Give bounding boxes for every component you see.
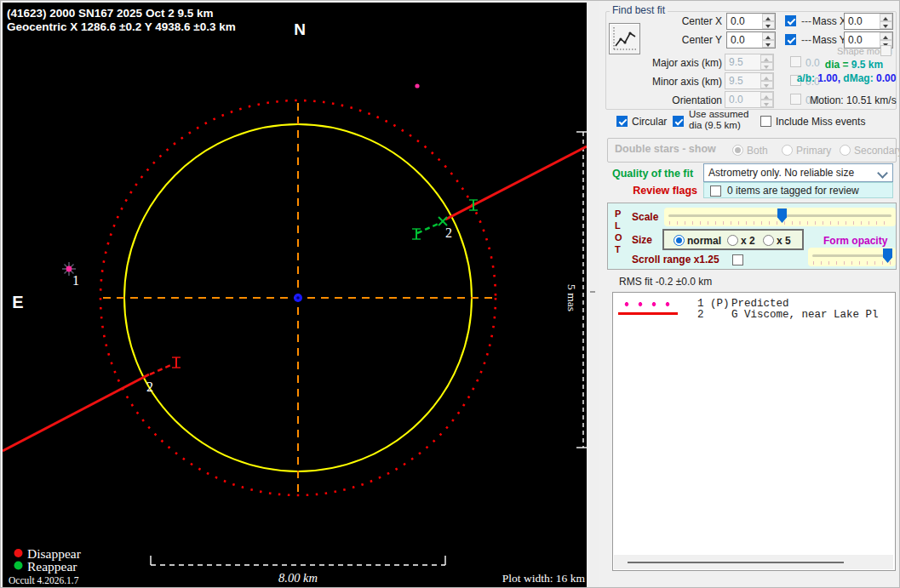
observed-line-sample <box>618 312 678 315</box>
predicted-star-dot <box>66 266 72 272</box>
center-x-label: Center X <box>650 15 722 27</box>
size-group-label: Size <box>632 234 652 246</box>
mass-x-spinner[interactable]: 0.0 <box>844 13 893 30</box>
dmag-value: 0.00 <box>874 72 897 84</box>
size-x2-radio[interactable] <box>727 235 738 246</box>
plot-controls-group: P L O T Scale Size normal x 2 x 5 Form o… <box>607 203 897 270</box>
plot-letter-l: L <box>615 220 621 231</box>
plot-letter-t: T <box>615 244 621 254</box>
observer-row-2[interactable]: 2G Viscome, near Lake Pl <box>697 309 879 321</box>
list-horizontal-scrollbar[interactable] <box>614 555 893 569</box>
find-best-fit-label: Find best fit <box>610 5 668 15</box>
center-y-down-icon[interactable] <box>762 40 775 48</box>
mass-x-down-icon[interactable] <box>880 21 892 29</box>
dia-prefix: dia = <box>825 59 851 71</box>
observer-1-name: Predicted <box>731 298 789 310</box>
legend-reappear-label: Reappear <box>27 559 77 574</box>
center-y-spinner[interactable]: 0.0 <box>726 31 776 49</box>
form-opacity-label: Form opacity <box>823 235 887 247</box>
center-y-dash: --- <box>801 34 811 46</box>
double-stars-primary-radio <box>782 145 793 156</box>
observer-row-1[interactable]: 1 (P)Predicted <box>697 298 789 310</box>
use-assumed-label-line1: Use assumed <box>689 109 748 119</box>
chevron-down-icon <box>877 168 888 179</box>
mass-x-up-icon[interactable] <box>880 14 892 21</box>
center-y-checkbox[interactable] <box>785 34 796 45</box>
motion-label: Motion: 10.51 km/s <box>807 94 899 106</box>
major-axis-spinner[interactable]: 9.5 <box>725 54 774 71</box>
mass-y-label: Mass Y <box>812 34 846 46</box>
orientation-up-icon <box>760 92 773 100</box>
scale-slider-ticks <box>669 221 891 225</box>
major-axis-value: 9.5 <box>729 56 743 68</box>
plot-title-line1: (41623) 2000 SN167 2025 Oct 2 9.5 km <box>7 7 213 20</box>
center-x-spinner[interactable]: 0.0 <box>726 13 776 30</box>
panel-splitter[interactable] <box>587 1 599 588</box>
legend-disappear-dot <box>14 549 23 557</box>
mass-y-up-icon[interactable] <box>880 32 892 40</box>
review-flags-label: Review flags <box>612 185 697 197</box>
mass-y-value[interactable]: 0.0 <box>848 34 863 46</box>
rms-fit-label: RMS fit -0.2 ±0.0 km <box>619 276 712 288</box>
observer-2-name: G Viscome, near Lake Pl <box>731 309 879 321</box>
predicted-path-dot <box>415 83 419 88</box>
circular-checkbox[interactable] <box>616 116 628 127</box>
size-normal-radio[interactable] <box>674 235 685 246</box>
mas-scale-label: 5 mas <box>565 284 578 311</box>
chord2-solid-upper <box>445 146 587 220</box>
center-x-up-icon[interactable] <box>762 14 775 21</box>
mass-x-value[interactable]: 0.0 <box>848 15 863 27</box>
observer-2-number: 2 <box>697 309 731 321</box>
star-marker-label: 1 <box>72 273 79 288</box>
include-miss-label: Include Miss events <box>776 116 865 128</box>
list-scrollbar-thumb[interactable] <box>628 562 844 563</box>
ab-ratio-value: 1.00, <box>815 72 840 84</box>
use-assumed-label-line2: dia (9.5 km) <box>689 120 741 130</box>
center-x-checkbox[interactable] <box>785 15 796 26</box>
scroll-range-checkbox[interactable] <box>732 254 743 265</box>
size-x5-radio[interactable] <box>763 235 774 246</box>
form-opacity-track[interactable] <box>812 254 891 257</box>
center-y-label: Center Y <box>650 34 722 46</box>
center-y-value[interactable]: 0.0 <box>731 34 745 46</box>
major-axis-label: Major axis (km) <box>620 57 722 69</box>
center-x-down-icon[interactable] <box>762 21 775 29</box>
minor-axis-spinner[interactable]: 9.5 <box>725 72 774 89</box>
shape-model-checkbox <box>880 45 891 56</box>
double-stars-label: Double stars - show <box>615 143 716 155</box>
scroll-range-label: Scroll range x1.25 <box>632 254 719 265</box>
ab-ratio-label: a/b: <box>797 72 815 84</box>
scale-slider-label: Scale <box>632 211 658 223</box>
orientation-spinner[interactable]: 0.0 <box>725 91 774 108</box>
center-marker-core <box>296 296 300 300</box>
include-miss-checkbox[interactable] <box>760 116 771 127</box>
center-x-value[interactable]: 0.0 <box>731 15 745 27</box>
orientation-value: 0.0 <box>729 94 743 106</box>
occultation-plot-canvas[interactable]: 5 mas 8.00 km Plot width: 16 km 2 2 1 <box>3 3 587 587</box>
orientation-down-icon <box>760 100 773 107</box>
observer-list[interactable]: 1 (P)Predicted 2G Viscome, near Lake Pl <box>612 292 896 571</box>
use-assumed-dia-checkbox[interactable] <box>673 116 684 127</box>
km-scale-label: 8.00 km <box>278 571 318 585</box>
chord2-upper-label: 2 <box>445 225 452 240</box>
size-x5-label: x 5 <box>777 235 791 247</box>
quality-dropdown[interactable]: Astrometry only. No reliable size <box>703 163 893 182</box>
circular-label: Circular <box>632 116 667 128</box>
quality-dropdown-value: Astrometry only. No reliable size <box>708 167 854 179</box>
review-flags-checkbox[interactable] <box>710 186 721 197</box>
plot-letter-p: P <box>615 208 621 219</box>
double-stars-group: Double stars - show Both Primary Seconda… <box>607 138 897 163</box>
major-axis-up-icon <box>760 54 773 62</box>
plot-title-line2: Geocentric X 1286.6 ±0.2 Y 4938.6 ±0.3 k… <box>7 20 236 33</box>
plot-letter-o: O <box>615 232 622 243</box>
chord2-solid-lower <box>3 374 149 451</box>
quality-of-fit-label: Quality of the fit <box>612 168 693 180</box>
scale-slider[interactable] <box>664 208 896 226</box>
best-fit-plot-button[interactable] <box>609 23 640 54</box>
legend-reappear-dot <box>14 562 23 570</box>
fit-chart-icon <box>610 24 639 54</box>
center-y-up-icon[interactable] <box>762 32 775 40</box>
dia-value: 9.5 km <box>851 59 883 71</box>
review-flags-text: 0 items are tagged for review <box>727 185 859 197</box>
form-opacity-slider[interactable] <box>808 248 896 266</box>
